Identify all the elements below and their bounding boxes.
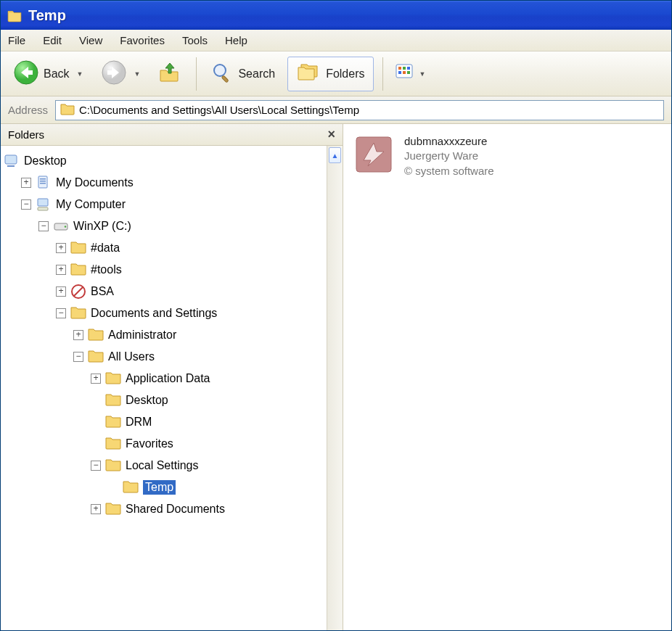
tree-label-selected: Temp [143, 480, 176, 495]
svg-rect-10 [407, 71, 410, 74]
menu-help[interactable]: Help [225, 34, 247, 46]
tree-scrollbar[interactable]: ▲ [327, 146, 343, 630]
tree-node-desktop2[interactable]: Desktop [4, 389, 324, 411]
menu-tools[interactable]: Tools [182, 34, 208, 46]
forward-dropdown-icon[interactable]: ▼ [134, 70, 141, 78]
file-list[interactable]: dubmnaxxxzeure Juergerty Ware © system s… [343, 124, 671, 630]
folder-icon [70, 262, 86, 278]
back-label: Back [44, 67, 70, 81]
tree-node-drive-c[interactable]: − WinXP (C:) [4, 215, 324, 237]
folder-open-icon [105, 458, 121, 474]
address-field[interactable]: C:\Documents and Settings\All Users\Loca… [55, 100, 664, 120]
expand-icon[interactable]: + [56, 265, 66, 275]
tree-node-app-data[interactable]: + Application Data [4, 368, 324, 389]
back-button[interactable]: Back ▼ [8, 56, 89, 92]
my-computer-icon [36, 197, 52, 213]
expand-icon[interactable]: + [73, 330, 83, 340]
views-button[interactable]: ▼ [392, 60, 429, 87]
tree-node-shared-docs[interactable]: + Shared Documents [4, 498, 324, 520]
back-arrow-icon [13, 59, 39, 88]
forward-button[interactable]: ▼ [96, 56, 146, 92]
collapse-icon[interactable]: − [73, 352, 83, 362]
hard-drive-icon [53, 218, 69, 234]
folder-icon [105, 436, 121, 452]
expand-icon[interactable]: + [91, 504, 101, 514]
menu-edit[interactable]: Edit [43, 34, 62, 46]
work-area: Folders × Desktop + [1, 124, 671, 630]
expand-icon[interactable]: + [21, 178, 31, 188]
tree-node-my-computer[interactable]: − My Computer [4, 194, 324, 215]
address-folder-icon [60, 102, 75, 117]
tree-node-my-documents[interactable]: + My Documents [4, 172, 324, 194]
tree-node-all-users[interactable]: − All Users [4, 346, 324, 368]
folder-icon [105, 371, 121, 387]
views-dropdown-icon[interactable]: ▼ [419, 70, 425, 78]
window-folder-icon [7, 7, 22, 23]
scroll-up-icon[interactable]: ▲ [329, 147, 341, 163]
folders-icon [297, 62, 321, 86]
expand-icon[interactable]: + [56, 286, 66, 297]
folders-button[interactable]: Folders [287, 57, 374, 91]
svg-point-20 [65, 226, 66, 227]
window-title: Temp [28, 7, 66, 24]
tree-node-favorites[interactable]: Favorites [4, 433, 324, 455]
tree-node-administrator[interactable]: + Administrator [4, 324, 324, 346]
folders-label: Folders [326, 67, 364, 81]
pdf-file-icon [353, 134, 394, 175]
close-folders-pane-icon[interactable]: × [327, 127, 335, 142]
back-dropdown-icon[interactable]: ▼ [77, 70, 83, 78]
collapse-icon[interactable]: − [56, 308, 66, 318]
svg-rect-6 [403, 67, 406, 70]
tree-node-docs-settings[interactable]: − Documents and Settings [4, 302, 324, 324]
addressbar: Address C:\Documents and Settings\All Us… [1, 96, 671, 124]
tree-node-data[interactable]: + #data [4, 237, 324, 259]
folder-open-icon [123, 479, 139, 495]
menu-file[interactable]: File [8, 34, 25, 46]
expand-icon[interactable]: + [91, 374, 101, 384]
search-button[interactable]: Search [205, 57, 280, 91]
desktop-icon [4, 153, 20, 169]
folder-icon [105, 501, 121, 517]
folder-icon [70, 240, 86, 256]
svg-rect-11 [5, 155, 17, 164]
collapse-icon[interactable]: − [38, 221, 49, 231]
address-label: Address [8, 104, 48, 116]
menu-favorites[interactable]: Favorites [120, 34, 165, 46]
file-item[interactable]: dubmnaxxxzeure Juergerty Ware © system s… [353, 134, 661, 178]
svg-rect-12 [7, 165, 15, 167]
explorer-window: Temp File Edit View Favorites Tools Help… [0, 0, 672, 631]
bsa-icon [70, 284, 86, 300]
tree-label: Application Data [126, 372, 210, 385]
up-button[interactable] [152, 57, 187, 91]
svg-rect-16 [40, 183, 46, 184]
file-copyright: © system software [404, 164, 494, 178]
file-name: dubmnaxxxzeure [404, 134, 494, 149]
tree-label: #data [91, 242, 120, 255]
svg-rect-14 [40, 178, 46, 180]
collapse-icon[interactable]: − [21, 199, 31, 210]
tree-label: Favorites [126, 437, 173, 450]
toolbar: Back ▼ ▼ [1, 51, 671, 96]
folders-pane-title: Folders [8, 128, 44, 141]
svg-rect-8 [398, 71, 401, 74]
expand-icon[interactable]: + [56, 243, 66, 253]
svg-rect-3 [222, 75, 229, 83]
address-path: C:\Documents and Settings\All Users\Loca… [79, 104, 359, 116]
svg-rect-9 [403, 71, 406, 74]
tree-node-drm[interactable]: DRM [4, 411, 324, 433]
folder-open-icon [88, 349, 104, 365]
tree-node-temp[interactable]: Temp [4, 477, 324, 498]
tree-node-local-settings[interactable]: − Local Settings [4, 455, 324, 477]
svg-rect-13 [38, 176, 47, 188]
menu-view[interactable]: View [79, 34, 102, 46]
collapse-icon[interactable]: − [91, 461, 101, 471]
tree-node-desktop[interactable]: Desktop [4, 150, 324, 172]
folder-open-icon [70, 305, 86, 321]
folder-tree[interactable]: Desktop + My Documents − [1, 146, 327, 630]
titlebar: Temp [1, 1, 671, 30]
svg-rect-7 [407, 67, 410, 70]
tree-node-bsa[interactable]: + BSA [4, 281, 324, 302]
menubar: File Edit View Favorites Tools Help [1, 30, 671, 51]
tree-node-tools[interactable]: + #tools [4, 259, 324, 281]
tree-label: All Users [108, 350, 155, 363]
